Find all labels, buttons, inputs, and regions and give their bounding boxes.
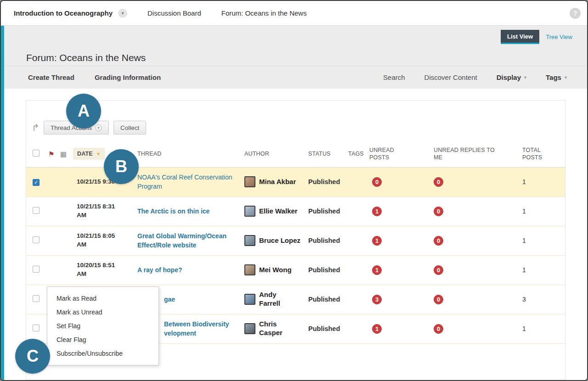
row-checkbox[interactable] — [33, 295, 40, 302]
chevron-down-icon: ▾ — [95, 124, 102, 131]
menu-item-mark-as-unread[interactable]: Mark as Unread — [47, 305, 158, 319]
column-header-unread-posts: UNREAD POSTS — [369, 146, 401, 162]
breadcrumb-discussion-board[interactable]: Discussion Board — [147, 9, 201, 17]
grading-information-button[interactable]: Grading Information — [95, 73, 161, 81]
thread-date: 10/20/15 8:51 AM — [73, 261, 137, 279]
avatar — [244, 206, 255, 217]
unread-replies-badge: 0 — [434, 236, 443, 246]
menu-item-set-flag[interactable]: Set Flag — [47, 319, 158, 333]
create-thread-button[interactable]: Create Thread — [28, 73, 74, 81]
course-menu-chevron-icon[interactable]: ▾ — [118, 9, 127, 18]
author-name: Chris Casper — [259, 320, 283, 337]
author-cell: Mina Akbar — [244, 176, 308, 187]
menu-item-subscribe-unsubscribe[interactable]: Subscribe/Unsubscribe — [47, 347, 158, 360]
display-menu[interactable]: Display▾ — [497, 73, 526, 81]
tags-menu-label: Tags — [546, 73, 561, 81]
row-checkbox[interactable] — [33, 179, 40, 186]
thread-link[interactable]: A ray of hope? — [137, 265, 244, 275]
column-header-tags: TAGS — [348, 150, 369, 157]
thread-link[interactable]: Great Global Warming/Ocean Effect/Role w… — [137, 231, 244, 250]
column-header-total-posts: TOTAL POSTS — [522, 146, 544, 162]
table-row[interactable]: 10/21/15 8:31 AM The Arctic is on thin i… — [26, 197, 565, 226]
media-icon[interactable]: ▦ — [60, 150, 73, 159]
flag-icon[interactable]: ⚑ — [48, 150, 60, 159]
column-header-author: AUTHOR — [244, 150, 308, 157]
status-label: Published — [308, 296, 348, 303]
top-bar: Introduction to Oceanography ▾ Discussio… — [1, 1, 587, 26]
select-all-checkbox[interactable] — [33, 150, 40, 157]
author-name: Ellie Walker — [259, 207, 298, 216]
row-checkbox[interactable] — [33, 325, 40, 331]
date-header-label: DATE — [77, 150, 93, 157]
course-title: Introduction to Oceanography — [14, 9, 113, 17]
total-posts-value: 1 — [522, 325, 565, 332]
tab-tree-view[interactable]: Tree View — [539, 30, 579, 44]
row-checkbox[interactable] — [33, 236, 40, 243]
table-row[interactable]: 10/20/15 8:51 AM A ray of hope? Mei Wong… — [26, 256, 565, 285]
chevron-down-icon: ▾ — [524, 75, 526, 80]
sort-descending-icon: ▼ — [96, 151, 101, 157]
avatar — [244, 294, 255, 305]
thread-date: 10/21/15 8:05 AM — [73, 232, 137, 249]
unread-posts-badge: 0 — [372, 177, 382, 187]
unread-replies-badge: 0 — [434, 324, 443, 334]
discover-content-button[interactable]: Discover Content — [424, 73, 477, 81]
status-label: Published — [308, 178, 348, 185]
display-menu-label: Display — [497, 73, 521, 81]
table-row[interactable]: 10/21/15 8:05 AM Great Global Warming/Oc… — [26, 226, 565, 256]
annotation-circle-a: A — [66, 94, 101, 129]
column-header-date[interactable]: DATE▼ — [73, 148, 105, 160]
thread-link[interactable]: The Arctic is on thin ice — [137, 207, 244, 216]
author-cell: Bruce Lopez — [244, 235, 308, 246]
help-icon[interactable]: ? — [570, 8, 581, 19]
total-posts-value: 1 — [522, 178, 565, 185]
unread-posts-badge: 1 — [372, 236, 382, 246]
action-bar-left: Create Thread Grading Information — [28, 73, 161, 81]
author-cell: Ellie Walker — [244, 206, 308, 217]
total-posts-value: 1 — [522, 237, 565, 244]
avatar — [244, 176, 255, 187]
author-name: Andy Farrell — [259, 291, 283, 308]
tags-menu[interactable]: Tags▾ — [546, 73, 567, 81]
search-button[interactable]: Search — [383, 73, 405, 81]
row-checkbox[interactable] — [33, 207, 40, 214]
tab-list-view[interactable]: List View — [501, 30, 539, 44]
thread-date: 10/21/15 8:31 AM — [73, 202, 137, 220]
unread-replies-badge: 0 — [434, 177, 443, 187]
page-title: Forum: Oceans in the News — [4, 26, 587, 63]
total-posts-value: 1 — [522, 266, 565, 274]
status-label: Published — [308, 207, 348, 215]
author-cell: Andy Farrell — [244, 291, 308, 308]
column-header-thread: THREAD — [137, 150, 244, 157]
author-cell: Chris Casper — [244, 320, 308, 337]
action-bar: Create Thread Grading Information Search… — [4, 66, 587, 89]
forum-header-band: List View Tree View Forum: Oceans in the… — [4, 26, 587, 66]
thread-actions-context-menu: Mark as Read Mark as Unread Set Flag Cle… — [47, 286, 159, 365]
unread-replies-badge: 0 — [434, 295, 443, 304]
total-posts-value: 1 — [522, 207, 565, 215]
collect-label: Collect — [120, 124, 139, 131]
author-name: Mei Wong — [259, 266, 292, 275]
unread-posts-badge: 1 — [372, 324, 382, 334]
avatar — [244, 264, 255, 275]
unread-posts-badge: 1 — [372, 207, 382, 216]
menu-item-clear-flag[interactable]: Clear Flag — [47, 333, 158, 347]
chevron-down-icon: ▾ — [565, 75, 567, 80]
annotation-circle-b: B — [104, 149, 139, 184]
unread-replies-badge: 0 — [434, 207, 443, 216]
unread-posts-badge: 1 — [372, 265, 382, 275]
annotation-circle-c: C — [15, 339, 50, 374]
total-posts-value: 3 — [522, 296, 565, 303]
collect-button[interactable]: Collect — [113, 121, 146, 134]
thread-link[interactable]: NOAA's Coral Reef Conservation Program — [137, 173, 244, 191]
row-checkbox[interactable] — [33, 266, 40, 273]
action-bar-right: Search Discover Content Display▾ Tags▾ — [383, 73, 567, 81]
menu-item-mark-as-read[interactable]: Mark as Read — [47, 291, 158, 305]
status-label: Published — [308, 237, 348, 244]
unread-posts-badge: 3 — [372, 295, 382, 304]
breadcrumb-forum: Forum: Oceans in the News — [221, 9, 307, 17]
author-name: Mina Akbar — [259, 178, 296, 186]
status-label: Published — [308, 325, 348, 332]
column-header-unread-replies: UNREAD REPLIES TO ME — [434, 146, 498, 162]
view-tabs: List View Tree View — [501, 30, 579, 44]
